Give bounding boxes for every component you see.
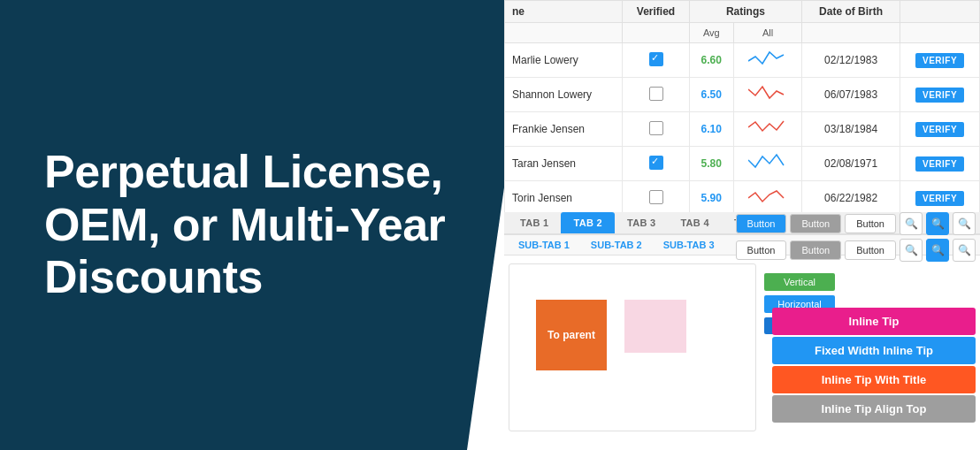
- col-avg: Avg: [689, 23, 733, 43]
- cell-checkbox[interactable]: [623, 181, 689, 216]
- button-groups: Button Button Button 🔍 🔍 🔍 Button Button…: [736, 0, 976, 262]
- orange-box[interactable]: To parent: [536, 300, 607, 370]
- cell-checkbox[interactable]: [623, 78, 689, 112]
- btn-2-3[interactable]: Button: [845, 240, 896, 260]
- cell-name: Taran Jensen: [505, 147, 623, 181]
- col-verified-sub: [623, 23, 689, 43]
- inline-tip-align-top-btn[interactable]: Inline Tip Align Top: [772, 395, 976, 423]
- cell-checkbox[interactable]: [623, 112, 689, 147]
- pink-box: [624, 300, 686, 353]
- cell-name: Marlie Lowery: [505, 43, 623, 78]
- search-btn-2[interactable]: 🔍: [926, 212, 949, 235]
- subtab-item[interactable]: SUB-TAB 1: [508, 235, 580, 255]
- col-verified: Verified: [623, 1, 689, 23]
- inline-tips: Inline Tip Fixed Width Inline Tip Inline…: [772, 308, 976, 423]
- cell-name: Torin Jensen: [505, 181, 623, 216]
- btn-1-1[interactable]: Button: [736, 214, 787, 233]
- btn-row-1: Button Button Button 🔍 🔍 🔍: [736, 212, 976, 235]
- btn-2-2[interactable]: Button: [790, 240, 841, 260]
- subtab-item[interactable]: SUB-TAB 2: [580, 235, 653, 255]
- search-btn-1[interactable]: 🔍: [900, 212, 923, 235]
- cell-rating: 5.90: [689, 181, 733, 216]
- cell-rating: 6.60: [689, 43, 733, 78]
- search-btn-4[interactable]: 🔍: [900, 239, 923, 262]
- demo-area: To parent Vertical Horizontal Snap: 80,5…: [509, 263, 756, 431]
- demo-inner: To parent Vertical Horizontal Snap: 80,5…: [509, 264, 755, 431]
- inline-tip-btn[interactable]: Inline Tip: [772, 308, 976, 335]
- tab-item[interactable]: TAB 1: [508, 212, 561, 233]
- cell-rating: 6.10: [689, 112, 733, 147]
- cell-checkbox[interactable]: [623, 147, 689, 181]
- btn-1-3[interactable]: Button: [845, 214, 896, 233]
- tab-item[interactable]: TAB 2: [561, 212, 614, 233]
- btn-1-2[interactable]: Button: [790, 214, 841, 233]
- tab-item[interactable]: TAB 4: [668, 212, 721, 233]
- cell-rating: 5.80: [689, 147, 733, 181]
- vertical-btn[interactable]: Vertical: [764, 273, 835, 291]
- col-name: ne: [505, 1, 623, 23]
- search-btn-5[interactable]: 🔍: [926, 239, 949, 262]
- cell-name: Frankie Jensen: [505, 112, 623, 147]
- right-panel: ne Verified Ratings Date of Birth Avg Al…: [504, 0, 980, 450]
- inline-tip-with-title-btn[interactable]: Inline Tip With Title: [772, 366, 976, 393]
- cell-rating: 6.50: [689, 78, 733, 112]
- subtab-item[interactable]: SUB-TAB 3: [653, 235, 725, 255]
- col-name-sub: [505, 23, 623, 43]
- tab-item[interactable]: TAB 3: [615, 212, 668, 233]
- fixed-width-inline-tip-btn[interactable]: Fixed Width Inline Tip: [772, 337, 976, 364]
- search-btn-3[interactable]: 🔍: [953, 212, 976, 235]
- left-panel: Perpetual License, OEM, or Multi-Year Di…: [0, 0, 531, 450]
- search-btn-6[interactable]: 🔍: [953, 239, 976, 262]
- cell-name: Shannon Lowery: [505, 78, 623, 112]
- main-heading: Perpetual License, OEM, or Multi-Year Di…: [44, 146, 486, 304]
- orange-box-label: To parent: [547, 329, 595, 341]
- cell-checkbox[interactable]: [623, 43, 689, 78]
- btn-2-1[interactable]: Button: [736, 240, 787, 260]
- btn-row-2: Button Button Button 🔍 🔍 🔍: [736, 239, 976, 262]
